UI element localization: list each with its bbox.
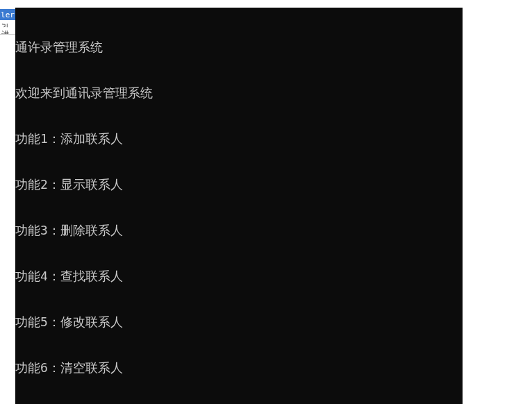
console-line: 功能5：修改联系人: [15, 314, 463, 330]
console-line: 欢迎来到通讯录管理系统: [15, 85, 463, 101]
top-bar: [0, 0, 532, 8]
console-line: 功能6：清空联系人: [15, 360, 463, 376]
sidebar-tab-active[interactable]: ler: [0, 9, 15, 20]
console-line: 功能2：显示联系人: [15, 177, 463, 192]
console-line: 功能1：添加联系人: [15, 131, 463, 146]
console-output[interactable]: 通许录管理系统 欢迎来到通讯录管理系统 功能1：添加联系人 功能2：显示联系人 …: [15, 8, 463, 404]
console-line: 通许录管理系统: [15, 40, 463, 55]
console-line: 功能4：查找联系人: [15, 269, 463, 284]
console-line: 功能3：删除联系人: [15, 223, 463, 238]
sidebar-tab-inactive[interactable]: 引进: [0, 24, 15, 35]
right-background: [463, 8, 532, 404]
left-sidebar: ler 引进: [0, 8, 15, 404]
